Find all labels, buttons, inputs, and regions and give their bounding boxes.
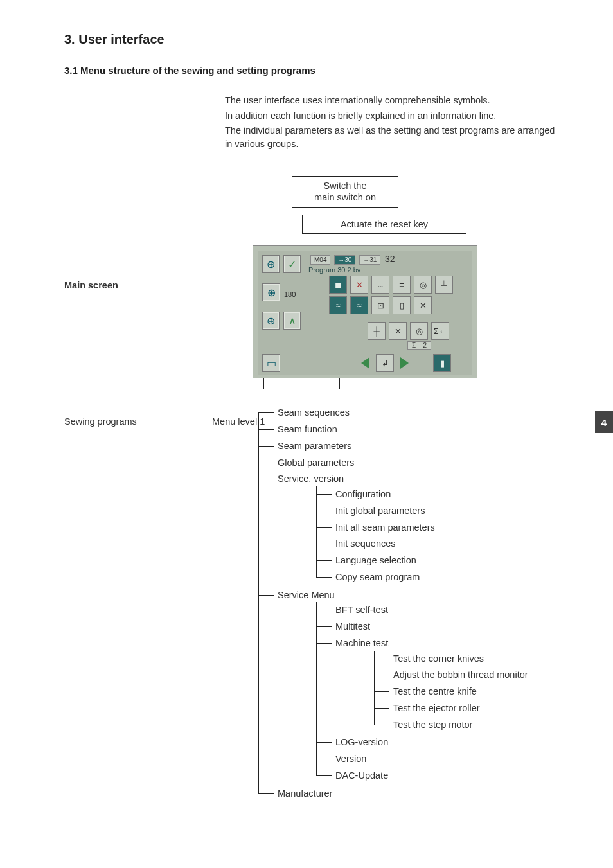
intro-line-2: In addition each function is briefly exp… — [225, 109, 558, 123]
tree-item: Service MenuBFT self-testMultitestMachin… — [258, 587, 558, 786]
intro-line-3: The individual parameters as well as the… — [225, 124, 558, 150]
screen-icon-row-3: ┼ ✕ ◎ Σ← — [368, 322, 470, 340]
screen-inner: ⊕ ✓ ⊕ 180 ⊕ ∧ M04 →30 →31 3 — [258, 251, 472, 375]
screen-icon: ≈ — [350, 296, 368, 314]
tree-list: Seam sequencesSeam functionSeam paramete… — [258, 405, 558, 802]
flow-box-switch-on: Switch the main switch on — [292, 176, 398, 208]
flow-box-reset: Actuate the reset key — [302, 215, 466, 234]
screen-header: M04 →30 →31 32 — [308, 254, 395, 265]
screen-value: 180 — [284, 290, 296, 298]
tree-item-label: Copy seam program — [335, 572, 420, 582]
screen-header-num: 32 — [385, 254, 395, 264]
tree-item: Test the corner knives — [374, 651, 558, 668]
tree-item: Test the ejector roller — [374, 700, 558, 717]
screen-header-seg: →31 — [359, 255, 380, 265]
screen-icon: ▮ — [433, 354, 451, 372]
heading-section: 3.1 Menu structure of the sewing and set… — [64, 65, 558, 76]
tree-item-label: Service, version — [278, 474, 344, 484]
tree-item: Multitest — [316, 619, 558, 635]
tree-item-label: Service Menu — [278, 590, 335, 600]
flow-text: Switch the — [324, 181, 367, 191]
tree-item: Seam function — [258, 421, 558, 438]
tree-item-label: Adjust the bobbin thread monitor — [393, 669, 528, 680]
tree-item-label: Test the corner knives — [393, 653, 484, 664]
tree-item-label: Manufacturer — [278, 788, 332, 799]
tree-item: DAC-Update — [316, 768, 558, 784]
screen-icon-button: ⊕ — [262, 312, 280, 330]
screen-icon: ┼ — [368, 322, 386, 340]
menu-tree: Sewing programs Menu level 1 Seam sequen… — [64, 405, 558, 867]
tree-item-label: Version — [335, 754, 366, 764]
tree-item-label: Init all seam parameters — [335, 522, 435, 533]
screen-enter-button: ↲ — [376, 354, 394, 372]
screen-icon: ≈ — [329, 296, 347, 314]
screen-bottom-nav: ↲ ▮ — [359, 354, 451, 372]
tree-item: Test the step motor — [374, 717, 558, 734]
main-screen-screenshot: ⊕ ✓ ⊕ 180 ⊕ ∧ M04 →30 →31 3 — [253, 245, 477, 378]
tree-item-label: Global parameters — [278, 457, 354, 468]
flow-diagram: Switch the main switch on Actuate the re… — [64, 172, 558, 378]
tree-item: Copy seam program — [316, 569, 558, 586]
screen-icon-row-2: ≈ ≈ ⊡ ▯ ✕ — [329, 296, 464, 314]
tree-item: Version — [316, 751, 558, 768]
tree-item-label: Seam function — [278, 424, 337, 434]
tree-item-label: Test the ejector roller — [393, 703, 480, 713]
tree-item: Global parameters — [258, 455, 558, 472]
intro-text: The user interface uses internationally … — [225, 94, 558, 150]
screen-program-line: Program 30 2 bv — [308, 266, 360, 274]
tree-branch-menu-level-1: Menu level 1 — [212, 416, 265, 427]
screen-icon-button: ⊕ — [262, 283, 280, 301]
tree-sublist: ConfigurationInit global parametersInit … — [316, 486, 558, 586]
main-screen-label: Main screen — [64, 280, 118, 290]
tree-item-label: Test the step motor — [393, 720, 472, 730]
tree-item-label: Language selection — [335, 555, 416, 565]
screen-icon: ✕ — [414, 296, 432, 314]
screen-icon: ◼ — [329, 276, 347, 294]
flow-text: main switch on — [314, 192, 376, 202]
screen-header-seg-selected: →30 — [334, 255, 355, 265]
tree-item: Language selection — [316, 553, 558, 569]
tree-item: Adjust the bobbin thread monitor — [374, 667, 558, 684]
screen-icon: Σ← — [431, 322, 449, 340]
tree-item: Service, versionConfigurationInit global… — [258, 471, 558, 587]
screen-sigma-value: Σ = 2 — [407, 341, 431, 350]
tree-branch-sewing-programs: Sewing programs — [64, 416, 137, 427]
tree-item: Init sequences — [316, 536, 558, 553]
intro-line-1: The user interface uses internationally … — [225, 94, 558, 107]
tree-item-label: Multitest — [335, 621, 370, 632]
next-arrow-icon — [400, 357, 409, 369]
screen-icon: ▯ — [393, 296, 411, 314]
prev-arrow-icon — [361, 357, 369, 369]
tree-item: Configuration — [316, 486, 558, 503]
tree-item: Init all seam parameters — [316, 520, 558, 536]
screen-icon: ⎓ — [371, 276, 389, 294]
screen-icon-button: ✓ — [283, 255, 301, 273]
tree-item-label: BFT self-test — [335, 605, 388, 615]
screen-bottom-left: ▭ — [262, 354, 280, 376]
tree-item-label: Test the centre knife — [393, 686, 477, 696]
screen-icon-button: ⊕ — [262, 255, 280, 273]
screen-icon-button: ▭ — [262, 354, 280, 372]
screen-icon: ⊡ — [371, 296, 389, 314]
screen-header-seg: M04 — [310, 255, 330, 265]
tree-item: Test the centre knife — [374, 684, 558, 700]
chapter-tab: 4 — [595, 411, 613, 433]
tree-item-label: Init global parameters — [335, 506, 425, 516]
tree-item-label: LOG-version — [335, 737, 388, 747]
tree-item-label: Seam sequences — [278, 407, 350, 418]
tree-item: Seam parameters — [258, 438, 558, 455]
screen-icon: ✕ — [389, 322, 407, 340]
tree-sublist: Test the corner knivesAdjust the bobbin … — [374, 651, 558, 734]
tree-item-label: Machine test — [335, 638, 388, 648]
screen-icon: ✕ — [350, 276, 368, 294]
tree-sublist: BFT self-testMultitestMachine testTest t… — [316, 602, 558, 784]
tree-item: Machine testTest the corner knivesAdjust… — [316, 635, 558, 735]
tree-item: Init global parameters — [316, 503, 558, 520]
screen-icon: ≡ — [393, 276, 411, 294]
heading-chapter: 3. User interface — [64, 32, 558, 47]
screen-icon: ◎ — [410, 322, 428, 340]
screen-icon: ╨ — [435, 276, 453, 294]
screen-icon: ◎ — [414, 276, 432, 294]
tree-item: Manufacturer — [258, 786, 558, 802]
tree-item-label: Seam parameters — [278, 441, 351, 451]
